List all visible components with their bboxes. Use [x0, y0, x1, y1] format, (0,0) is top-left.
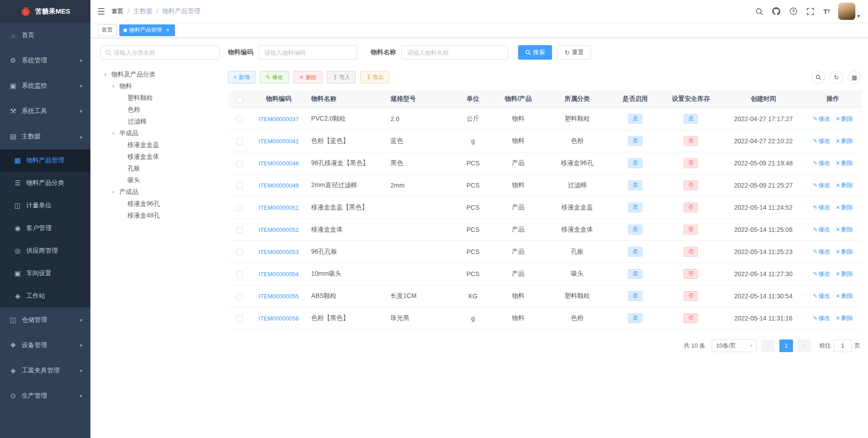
- row-edit-link[interactable]: ✎修改: [813, 226, 830, 233]
- sidebar-subitem[interactable]: ☰物料产品分类: [0, 172, 90, 194]
- row-delete-link[interactable]: ✕删除: [835, 204, 853, 211]
- material-code-input[interactable]: [259, 45, 357, 60]
- row-edit-link[interactable]: ✎修改: [813, 182, 830, 188]
- row-checkbox[interactable]: [236, 160, 243, 167]
- tree-node[interactable]: 移液盒盒盖: [100, 139, 220, 151]
- row-edit-link[interactable]: ✎修改: [813, 270, 830, 277]
- material-code-link[interactable]: ITEM00000041: [259, 138, 299, 145]
- search-button[interactable]: 搜索: [518, 45, 552, 60]
- edit-button[interactable]: ✎ 修改: [260, 71, 289, 84]
- row-delete-link[interactable]: ✕删除: [835, 248, 853, 255]
- sidebar-subitem[interactable]: ◎供应商管理: [0, 240, 90, 262]
- tree-node[interactable]: ▾物料: [100, 80, 220, 92]
- tree-node[interactable]: ▾物料及产品分类: [100, 69, 220, 80]
- add-button[interactable]: + 新增: [228, 71, 255, 84]
- tree-node[interactable]: ▾半成品: [100, 127, 220, 139]
- next-page-button[interactable]: ›: [797, 339, 811, 352]
- row-edit-link[interactable]: ✎修改: [813, 315, 830, 321]
- breadcrumb-item[interactable]: 首页: [112, 7, 123, 15]
- help-icon[interactable]: ?: [785, 0, 802, 23]
- row-edit-link[interactable]: ✎修改: [813, 292, 830, 299]
- github-icon[interactable]: [768, 0, 785, 23]
- material-code-link[interactable]: ITEM00000051: [259, 204, 299, 211]
- tree-node[interactable]: 移液盒盒体: [100, 151, 220, 163]
- row-delete-link[interactable]: ✕删除: [835, 292, 853, 299]
- sidebar-item[interactable]: ▤主数据▴: [0, 124, 90, 149]
- material-code-link[interactable]: ITEM00000054: [259, 271, 299, 278]
- user-menu[interactable]: ▾: [835, 0, 863, 23]
- prev-page-button[interactable]: ‹: [761, 339, 775, 352]
- row-delete-link[interactable]: ✕删除: [835, 315, 853, 321]
- sidebar-item[interactable]: ⊙生产管理▾: [0, 383, 90, 409]
- page-size-select[interactable]: 10条/页 ▾: [712, 339, 757, 352]
- material-name-input[interactable]: [401, 45, 508, 60]
- sidebar-subitem[interactable]: ▦物料产品管理: [0, 149, 90, 172]
- delete-button[interactable]: ✕ 删除: [293, 71, 322, 84]
- hamburger-icon[interactable]: ☰: [90, 0, 112, 23]
- refresh-table-button[interactable]: ↻: [830, 71, 843, 84]
- sidebar-item[interactable]: ❖设备管理▾: [0, 333, 90, 358]
- row-delete-link[interactable]: ✕删除: [835, 182, 853, 188]
- sidebar-item[interactable]: ▣系统监控▾: [0, 73, 90, 99]
- app-logo[interactable]: 苦糖果MES: [0, 0, 90, 23]
- material-code-link[interactable]: ITEM00000037: [259, 116, 299, 122]
- material-code-link[interactable]: ITEM00000056: [259, 315, 299, 322]
- row-edit-link[interactable]: ✎修改: [813, 115, 830, 122]
- sidebar-item[interactable]: ⚒系统工具▾: [0, 99, 90, 124]
- tree-node[interactable]: 色粉: [100, 104, 220, 116]
- row-edit-link[interactable]: ✎修改: [813, 248, 830, 255]
- tree-node[interactable]: 吸头: [100, 174, 220, 186]
- material-code-link[interactable]: ITEM00000052: [259, 226, 299, 233]
- goto-page-input[interactable]: [834, 339, 852, 352]
- avatar[interactable]: [838, 3, 855, 20]
- fullscreen-icon[interactable]: [802, 0, 819, 23]
- row-delete-link[interactable]: ✕删除: [835, 160, 853, 166]
- sidebar-subitem[interactable]: ◫计量单位: [0, 194, 90, 217]
- reset-button[interactable]: ↻ 重置: [557, 45, 591, 60]
- import-button[interactable]: ↥ 导入: [327, 71, 356, 84]
- sidebar-item[interactable]: ◈工装夹具管理▾: [0, 358, 90, 383]
- row-checkbox[interactable]: [236, 316, 243, 322]
- row-checkbox[interactable]: [236, 116, 243, 122]
- row-edit-link[interactable]: ✎修改: [813, 160, 830, 166]
- material-code-link[interactable]: ITEM00000055: [259, 293, 299, 300]
- tree-node[interactable]: 塑料颗粒: [100, 92, 220, 104]
- row-checkbox[interactable]: [236, 205, 243, 211]
- row-delete-link[interactable]: ✕删除: [835, 226, 853, 233]
- search-icon[interactable]: [751, 0, 768, 23]
- tab-item[interactable]: 首页: [98, 24, 117, 36]
- sidebar-item[interactable]: ⚙系统管理▾: [0, 48, 90, 73]
- row-checkbox[interactable]: [236, 227, 243, 233]
- row-checkbox[interactable]: [236, 138, 243, 145]
- tab-active[interactable]: 物料产品管理×: [119, 24, 175, 36]
- sidebar-item[interactable]: ◫仓储管理▾: [0, 307, 90, 333]
- row-delete-link[interactable]: ✕删除: [835, 137, 853, 144]
- row-checkbox[interactable]: [236, 271, 243, 278]
- row-edit-link[interactable]: ✎修改: [813, 204, 830, 211]
- tree-node[interactable]: 孔板: [100, 163, 220, 174]
- tree-node[interactable]: 移液盒96孔: [100, 198, 220, 210]
- toggle-search-button[interactable]: [811, 71, 825, 84]
- sidebar-subitem[interactable]: ◉客户管理: [0, 217, 90, 240]
- row-checkbox[interactable]: [236, 249, 243, 255]
- material-code-link[interactable]: ITEM00000049: [259, 182, 299, 189]
- material-code-link[interactable]: ITEM00000053: [259, 249, 299, 255]
- sidebar-subitem[interactable]: ▣车间设置: [0, 262, 90, 285]
- sidebar-subitem[interactable]: ◈工作站: [0, 285, 90, 307]
- row-checkbox[interactable]: [236, 293, 243, 300]
- row-checkbox[interactable]: [236, 183, 243, 189]
- font-size-icon[interactable]: TT: [819, 0, 835, 23]
- column-settings-button[interactable]: ▦: [848, 71, 861, 84]
- select-all-checkbox[interactable]: [236, 96, 243, 103]
- export-button[interactable]: ↧ 导出: [360, 71, 389, 84]
- row-edit-link[interactable]: ✎修改: [813, 137, 830, 144]
- current-page-button[interactable]: 1: [779, 339, 793, 352]
- tree-node[interactable]: 移液盒48孔: [100, 210, 220, 221]
- sidebar-item[interactable]: ⌂首页: [0, 23, 90, 48]
- row-delete-link[interactable]: ✕删除: [835, 270, 853, 277]
- material-code-link[interactable]: ITEM00000046: [259, 160, 299, 167]
- tree-node[interactable]: ▾产成品: [100, 186, 220, 198]
- close-icon[interactable]: ×: [165, 27, 171, 33]
- tree-node[interactable]: 过滤棉: [100, 116, 220, 127]
- tree-search-input[interactable]: [114, 49, 215, 56]
